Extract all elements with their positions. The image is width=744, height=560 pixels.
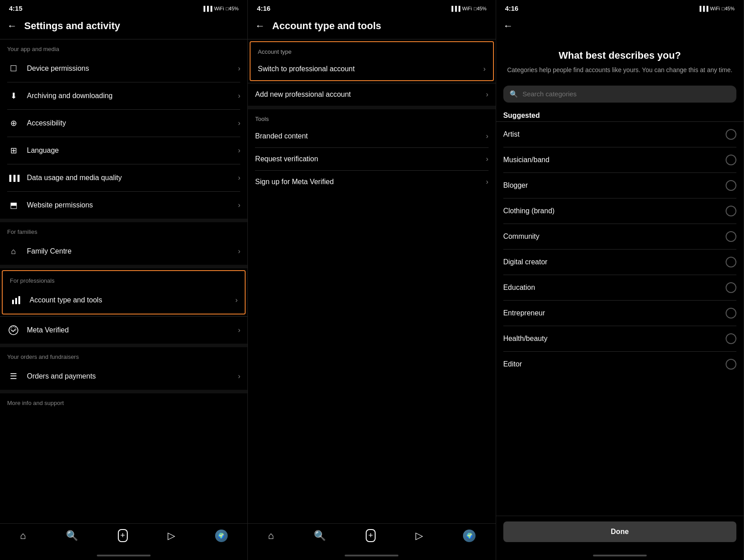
menu-item-add-professional[interactable]: Add new professional account › <box>248 83 495 106</box>
svg-rect-1 <box>15 298 17 304</box>
menu-item-account-type[interactable]: Account type and tools › <box>3 287 245 314</box>
section-label-more-info: More info and support <box>0 393 247 409</box>
avatar-image: 🌍 <box>218 533 225 539</box>
back-button-2[interactable]: ← <box>255 20 265 32</box>
radio-health-beauty[interactable] <box>726 333 736 344</box>
category-item-health-beauty[interactable]: Health/beauty <box>496 326 744 351</box>
download-icon: ⬇ <box>7 90 20 102</box>
menu-item-data-usage[interactable]: ▐▐▐ Data usage and media quality › <box>0 164 247 191</box>
radio-clothing[interactable] <box>726 206 736 216</box>
radio-digital-creator[interactable] <box>726 257 736 267</box>
category-text-clothing: Clothing (brand) <box>503 207 726 215</box>
bottom-nav-2: ⌂ 🔍 + ▷ 🌍 <box>248 523 495 551</box>
screen1-settings: 4:15 ▐▐▐ WiFi □45% ← Settings and activi… <box>0 0 248 560</box>
menu-item-device-permissions[interactable]: ☐ Device permissions › <box>0 55 247 82</box>
chevron-icon: › <box>238 372 240 380</box>
account-tools-text: Account type and tools <box>30 296 235 304</box>
category-text-editor: Editor <box>503 360 726 368</box>
reels-nav-icon-2[interactable]: ▷ <box>415 530 423 542</box>
chevron-icon: › <box>238 201 240 209</box>
thick-divider <box>0 390 247 393</box>
category-text-artist: Artist <box>503 130 726 138</box>
avatar-nav-2[interactable]: 🌍 <box>463 530 476 542</box>
category-item-musician[interactable]: Musician/band <box>496 147 744 172</box>
status-icons-1: ▐▐▐ WiFi □45% <box>202 6 238 11</box>
search-input[interactable] <box>523 90 730 98</box>
website-icon: ⬒ <box>7 199 20 211</box>
menu-item-request-verification[interactable]: Request verification › <box>248 148 495 170</box>
category-text-health-beauty: Health/beauty <box>503 335 726 343</box>
back-button-3[interactable]: ← <box>503 20 513 32</box>
radio-education[interactable] <box>726 282 736 293</box>
status-bar-2: 4:16 ▐▐▐ WiFi □45% <box>248 0 495 15</box>
category-item-editor[interactable]: Editor <box>496 352 744 377</box>
category-item-education[interactable]: Education <box>496 275 744 300</box>
home-indicator-1 <box>0 551 247 560</box>
radio-community[interactable] <box>726 231 736 242</box>
thick-divider <box>0 265 247 268</box>
menu-item-branded-content[interactable]: Branded content › <box>248 125 495 147</box>
status-icons-2: ▐▐▐ WiFi □45% <box>450 6 487 11</box>
menu-item-meta-verified[interactable]: Meta Verified › <box>0 317 247 344</box>
category-item-entrepreneur[interactable]: Entrepreneur <box>496 301 744 326</box>
add-nav-icon-2[interactable]: + <box>366 529 376 542</box>
category-text-entrepreneur: Entrepreneur <box>503 309 726 317</box>
suggested-label: Suggested <box>496 108 744 121</box>
language-icon: ⊞ <box>7 144 20 157</box>
radio-editor[interactable] <box>726 359 736 370</box>
category-item-community[interactable]: Community <box>496 224 744 249</box>
radio-blogger[interactable] <box>726 180 736 191</box>
category-text-digital-creator: Digital creator <box>503 258 726 266</box>
radio-artist[interactable] <box>726 129 736 140</box>
menu-item-accessibility[interactable]: ⊕ Accessibility › <box>0 110 247 137</box>
radio-musician[interactable] <box>726 155 736 165</box>
menu-item-family-centre[interactable]: ⌂ Family Centre › <box>0 238 247 265</box>
meta-verified-text: Meta Verified <box>27 326 238 334</box>
battery-icon-1: □45% <box>226 6 239 11</box>
search-nav-icon-2[interactable]: 🔍 <box>314 530 326 542</box>
battery-icon-3: □45% <box>722 6 735 11</box>
home-nav-icon[interactable]: ⌂ <box>20 530 26 542</box>
menu-item-meta-verified-signup[interactable]: Sign up for Meta Verified › <box>248 171 495 193</box>
reels-nav-icon[interactable]: ▷ <box>168 530 175 542</box>
menu-item-switch-professional[interactable]: Switch to professional account › <box>251 58 493 80</box>
home-indicator-2 <box>248 551 495 560</box>
svg-rect-2 <box>18 296 20 304</box>
menu-item-language[interactable]: ⊞ Language › <box>0 137 247 164</box>
account-type-label: Account type <box>251 42 493 58</box>
menu-item-website-permissions[interactable]: ⬒ Website permissions › <box>0 192 247 219</box>
home-nav-icon-2[interactable]: ⌂ <box>268 530 274 542</box>
search-bar[interactable]: 🔍 <box>503 86 736 103</box>
screen1-title: Settings and activity <box>24 20 120 32</box>
done-button[interactable]: Done <box>503 521 736 542</box>
screen1-header: ← Settings and activity <box>0 15 247 39</box>
add-nav-icon[interactable]: + <box>118 529 128 542</box>
orders-icon: ☰ <box>7 370 20 383</box>
avatar-nav[interactable]: 🌍 <box>215 530 228 542</box>
category-text-musician: Musician/band <box>503 156 726 164</box>
chevron-icon: › <box>486 155 488 163</box>
category-item-artist[interactable]: Artist <box>496 122 744 147</box>
accessibility-icon: ⊕ <box>7 117 20 129</box>
family-centre-text: Family Centre <box>27 247 238 255</box>
wifi-icon-3: WiFi <box>710 6 720 11</box>
category-text-blogger: Blogger <box>503 181 726 190</box>
chevron-icon: › <box>483 65 485 73</box>
category-item-digital-creator[interactable]: Digital creator <box>496 250 744 275</box>
what-describes-subtitle: Categories help people find accounts lik… <box>505 66 735 75</box>
thick-divider <box>0 344 247 347</box>
screen1-content: Your app and media ☐ Device permissions … <box>0 39 247 523</box>
category-item-clothing[interactable]: Clothing (brand) <box>496 198 744 224</box>
home-family-icon: ⌂ <box>7 245 20 258</box>
menu-item-orders[interactable]: ☰ Orders and payments › <box>0 363 247 390</box>
category-item-blogger[interactable]: Blogger <box>496 173 744 198</box>
account-type-highlight: Account type Switch to professional acco… <box>250 41 493 81</box>
category-text-community: Community <box>503 233 726 241</box>
status-icons-3: ▐▐▐ WiFi □45% <box>698 6 735 11</box>
search-nav-icon[interactable]: 🔍 <box>66 530 78 542</box>
radio-entrepreneur[interactable] <box>726 308 736 319</box>
section-label-app-media: Your app and media <box>0 39 247 55</box>
professionals-highlight-box: For professionals Account type and tools… <box>2 270 246 314</box>
back-button-1[interactable]: ← <box>7 20 17 32</box>
menu-item-archiving[interactable]: ⬇ Archiving and downloading › <box>0 82 247 109</box>
